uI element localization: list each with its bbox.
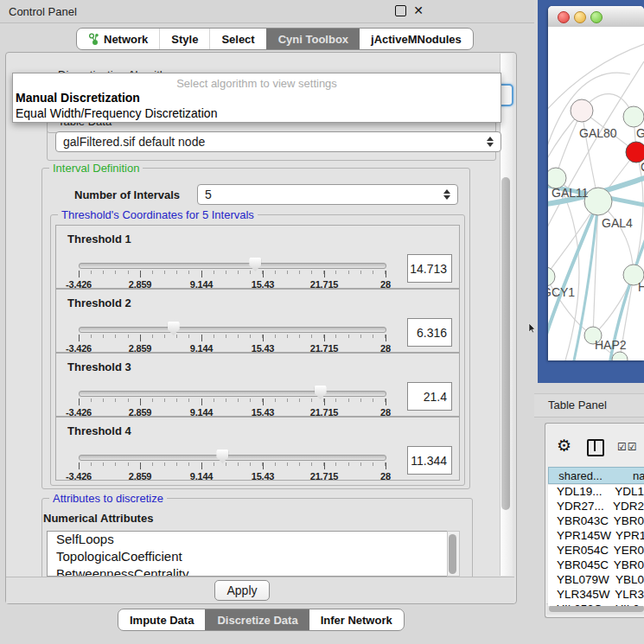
- tab-label: jActiveMNodules: [371, 33, 462, 46]
- threshold-label: Threshold 1: [67, 233, 131, 245]
- network-icon: [88, 33, 99, 46]
- table-data-combobox[interactable]: galFiltered.sif default node: [55, 131, 501, 152]
- network-node[interactable]: [623, 106, 644, 127]
- algorithm-dropdown-popup: Select algorithm to view settings Manual…: [12, 73, 501, 123]
- table-row[interactable]: YLR345WYLR3: [548, 588, 644, 603]
- table-cell: YPR145W: [548, 529, 611, 544]
- tab-discretize-data[interactable]: Discretize Data: [205, 609, 309, 630]
- slider-track[interactable]: [79, 327, 386, 333]
- network-node-label: C: [641, 160, 644, 174]
- threshold-label: Threshold 2: [67, 296, 131, 309]
- tick-label: 2.859: [129, 471, 152, 481]
- threshold-row: Threshold 3 -3.4262.8599.14415.4321.7152…: [55, 353, 460, 417]
- float-window-icon[interactable]: [395, 5, 406, 16]
- tick-mark: [201, 462, 202, 469]
- threshold-label: Threshold 4: [67, 424, 131, 437]
- tab-cyni-toolbox[interactable]: Cyni Toolbox: [266, 29, 360, 49]
- tab-label: Select: [221, 33, 254, 46]
- table-header-row: shared... na: [548, 467, 644, 484]
- list-scrollbar-thumb[interactable]: [449, 534, 456, 574]
- table-row[interactable]: YDR27...YDR2: [548, 500, 644, 514]
- tab-select[interactable]: Select: [209, 29, 265, 49]
- slider-track[interactable]: [79, 263, 386, 269]
- slider-thumb[interactable]: [249, 258, 261, 271]
- slider-track[interactable]: [79, 455, 386, 461]
- list-item[interactable]: BetweennessCentrality: [48, 566, 447, 577]
- table-row[interactable]: YBR045CYBR0: [548, 558, 644, 573]
- panel-scrollbar-thumb[interactable]: [501, 177, 510, 510]
- table-row[interactable]: YIL052CYIL0: [548, 603, 644, 606]
- network-window-titlebar[interactable]: [548, 6, 644, 28]
- checkboxes-icon[interactable]: ☑☑: [617, 441, 638, 453]
- zoom-traffic-light-icon[interactable]: [590, 11, 603, 23]
- list-item[interactable]: TopologicalCoefficient: [48, 549, 447, 566]
- tick-mark: [79, 462, 80, 469]
- tick-mark: [140, 335, 141, 341]
- tick-label: 21.715: [310, 471, 338, 481]
- tab-impute-data[interactable]: Impute Data: [118, 609, 205, 630]
- columns-icon[interactable]: [587, 439, 604, 456]
- network-node[interactable]: [571, 99, 593, 122]
- threshold-value-field[interactable]: 6.316: [407, 318, 452, 347]
- slider-track[interactable]: [79, 391, 386, 397]
- column-header-shared[interactable]: shared...: [548, 467, 612, 484]
- list-item[interactable]: SelfLoops: [48, 532, 447, 549]
- popup-item-manual-discretization[interactable]: Manual Discretization: [13, 90, 501, 105]
- minimize-traffic-light-icon[interactable]: [574, 11, 586, 23]
- tab-infer-network[interactable]: Infer Network: [309, 609, 404, 630]
- table-row[interactable]: YBR043CYBR0: [548, 514, 644, 529]
- num-intervals-combobox[interactable]: 5: [197, 184, 458, 205]
- table-cell: YIL0: [611, 603, 640, 606]
- apply-button[interactable]: Apply: [214, 580, 270, 601]
- threshold-row: Threshold 4 -3.4262.8599.14415.4321.7152…: [55, 417, 460, 481]
- mouse-cursor: [528, 323, 536, 334]
- threshold-value-field[interactable]: 21.4: [407, 382, 452, 411]
- slider-thumb[interactable]: [168, 322, 180, 335]
- tick-mark: [324, 399, 325, 405]
- slider-thumb[interactable]: [216, 450, 228, 463]
- num-intervals-label: Number of Intervals: [74, 188, 180, 201]
- table-cell: YBR0: [609, 514, 644, 529]
- network-node[interactable]: [548, 267, 555, 286]
- tick-label: 9.144: [190, 471, 214, 481]
- table-row[interactable]: YPR145WYPR1: [548, 529, 644, 544]
- tick-mark: [140, 271, 141, 277]
- tick-mark: [79, 399, 80, 405]
- popup-placeholder: Select algorithm to view settings: [13, 73, 501, 90]
- table-cell: YDL19...: [548, 485, 610, 500]
- control-panel-titlebar: Control Panel ✕: [0, 0, 534, 23]
- network-node-label: HAP2: [595, 338, 627, 352]
- column-header-name[interactable]: na: [612, 467, 644, 484]
- close-icon[interactable]: ✕: [413, 3, 424, 17]
- tab-label: Network: [104, 33, 148, 46]
- table-row[interactable]: YER054CYER0: [548, 544, 644, 558]
- threshold-value-field[interactable]: 14.713: [407, 254, 452, 283]
- close-traffic-light-icon[interactable]: [558, 11, 570, 23]
- gear-icon[interactable]: ⚙: [557, 437, 571, 454]
- table-cell: YLR3: [610, 588, 644, 603]
- tick-mark: [79, 335, 80, 341]
- tab-network[interactable]: Network: [77, 29, 159, 49]
- threshold-row: Threshold 2 -3.4262.8599.14415.4321.7152…: [55, 289, 460, 353]
- table-row[interactable]: YDL19...YDL1: [548, 485, 644, 500]
- tick-mark: [324, 335, 325, 341]
- threshold-value-field[interactable]: 11.344: [407, 446, 452, 475]
- threshold-label: Threshold 3: [67, 360, 131, 373]
- threshold-row: Threshold 1 -3.4262.8599.14415.4321.7152…: [55, 225, 460, 289]
- popup-item-equal-width[interactable]: Equal Width/Frequency Discretization: [13, 105, 501, 121]
- table-cell: YDR27...: [548, 500, 609, 514]
- slider-thumb[interactable]: [315, 386, 327, 399]
- tick-mark: [201, 335, 202, 341]
- tab-style[interactable]: Style: [159, 29, 209, 49]
- network-node[interactable]: [612, 352, 628, 360]
- table-cell: YLR345W: [548, 588, 610, 603]
- network-node[interactable]: [584, 188, 612, 215]
- table-row[interactable]: YBL079WYBL0: [548, 573, 644, 588]
- tick-mark: [263, 335, 264, 341]
- network-canvas[interactable]: GAL80GACGAL11GAL4GCY1HHAP2: [548, 27, 644, 360]
- tick-label: 15.43: [252, 471, 275, 481]
- table-hscrollbar-thumb[interactable]: [549, 605, 644, 612]
- table-cell: YBL079W: [548, 573, 611, 588]
- tick-mark: [386, 462, 386, 469]
- tab-jactivemnodules[interactable]: jActiveMNodules: [360, 29, 473, 49]
